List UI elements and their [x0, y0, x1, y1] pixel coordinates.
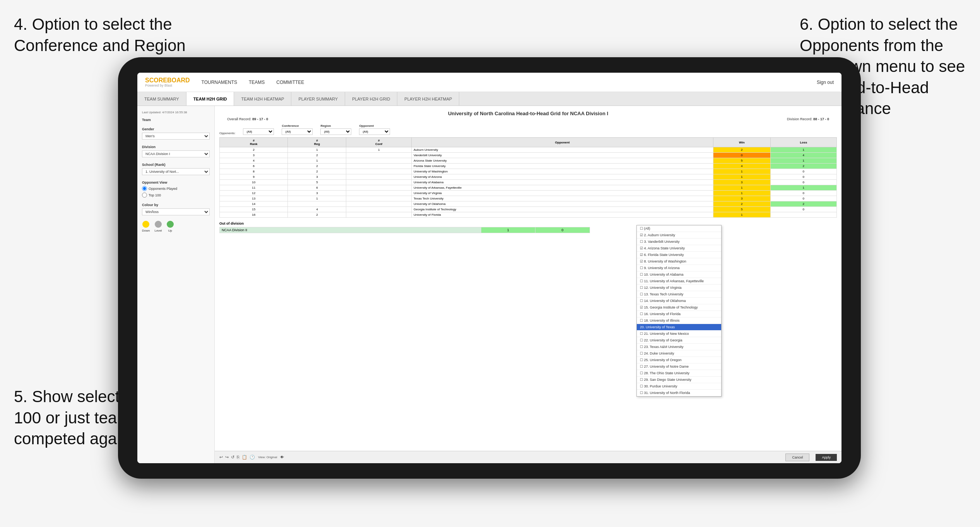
colour-label: Colour by: [142, 203, 210, 207]
cell-win: 1: [713, 191, 770, 196]
nav-items: TOURNAMENTS TEAMS COMMITTEE: [202, 78, 304, 87]
radio-opponents-played-input[interactable]: [142, 186, 147, 191]
tab-player-h2h-grid[interactable]: PLAYER H2H GRID: [345, 92, 397, 106]
dropdown-item[interactable]: 15. Georgia Institute of Technology: [637, 304, 721, 311]
redo-icon[interactable]: ↪: [225, 455, 229, 460]
dropdown-item[interactable]: (All): [637, 225, 721, 232]
cell-rank: 15: [220, 207, 288, 212]
clock-icon: 🕐: [250, 455, 255, 460]
page-title: University of North Carolina Head-to-Hea…: [219, 111, 837, 116]
tab-player-summary[interactable]: PLAYER SUMMARY: [291, 92, 345, 106]
table-row: 8 2 University of Washington 1 0: [220, 169, 837, 174]
out-division-win: 1: [481, 227, 535, 233]
refresh-icon[interactable]: ↺: [231, 455, 234, 460]
cell-win: 5: [713, 158, 770, 164]
table-row: 16 2 University of Florida 1: [220, 212, 837, 218]
tab-team-h2h-grid[interactable]: TEAM H2H GRID: [186, 92, 234, 106]
undo-icon[interactable]: ↩: [219, 455, 223, 460]
dropdown-item[interactable]: 13. Texas Tech University: [637, 291, 721, 298]
opponent-view-section: Opponent View Opponents Played Top 100: [142, 181, 210, 198]
cell-opponent: University of Arizona: [412, 174, 713, 180]
cell-opponent: University of Florida: [412, 212, 713, 218]
colour-select[interactable]: Win/loss: [142, 208, 210, 215]
dropdown-item[interactable]: 24. Duke University: [637, 350, 721, 357]
dropdown-item[interactable]: 21. University of New Mexico: [637, 331, 721, 337]
division-select[interactable]: NCAA Division I: [142, 150, 210, 157]
last-updated: Last Updated: 4/7/2024 16:55:38: [142, 111, 210, 114]
dropdown-item[interactable]: 8. University of Washington: [637, 258, 721, 265]
paste-icon[interactable]: 📋: [242, 455, 247, 460]
dropdown-item[interactable]: 28. The Ohio State University: [637, 370, 721, 377]
table-row: 14 University of Oklahoma 2 2: [220, 201, 837, 207]
dropdown-item[interactable]: 3. Vanderbilt University: [637, 239, 721, 245]
dropdown-item[interactable]: 2. Auburn University: [637, 232, 721, 239]
annotation-1-text: 4. Option to select the Conference and R…: [14, 15, 186, 55]
cell-rank: 3: [220, 153, 288, 158]
legend-down: Down: [142, 221, 150, 232]
dropdown-item[interactable]: 27. University of Notre Dame: [637, 363, 721, 370]
opponent-select[interactable]: (All): [359, 128, 390, 135]
cell-reg: 5: [288, 180, 346, 185]
radio-opponents-played[interactable]: Opponents Played: [142, 186, 210, 191]
nav-teams[interactable]: TEAMS: [249, 78, 265, 87]
dropdown-item[interactable]: 12. University of Virginia: [637, 285, 721, 291]
overall-record: Overall Record: 89 - 17 - 0: [227, 117, 268, 121]
opponent-dropdown[interactable]: (All)2. Auburn University3. Vanderbilt U…: [636, 225, 722, 397]
dropdown-item[interactable]: 4. Arizona State University: [637, 245, 721, 252]
dropdown-item[interactable]: 9. University of Arizona: [637, 265, 721, 271]
dropdown-item[interactable]: 25. University of Oregon: [637, 357, 721, 363]
dropdown-item[interactable]: 14. University of Oklahoma: [637, 298, 721, 304]
cell-opponent: Vanderbilt University: [412, 153, 713, 158]
conference-select[interactable]: (All): [282, 128, 313, 135]
cell-conf: [346, 185, 412, 191]
dropdown-item[interactable]: 30. Purdue University: [637, 383, 721, 390]
cell-conf: [346, 153, 412, 158]
colour-dot-down: [142, 221, 149, 228]
apply-button[interactable]: Apply: [816, 454, 837, 461]
nav-committee[interactable]: COMMITTEE: [276, 78, 304, 87]
dropdown-item[interactable]: 22. University of Georgia: [637, 337, 721, 344]
tab-player-h2h-heatmap[interactable]: PLAYER H2H HEATMAP: [397, 92, 459, 106]
dropdown-item[interactable]: 20. University of Texas: [637, 324, 721, 331]
dropdown-item[interactable]: 10. University of Alabama: [637, 271, 721, 278]
radio-top100[interactable]: Top 100: [142, 193, 210, 198]
col-reg: #Reg: [288, 138, 346, 147]
table-body: 2 1 1 Auburn University 2 1 3 2 Vanderbi…: [220, 147, 837, 218]
colour-dot-level: [155, 221, 162, 228]
opponents-all-select[interactable]: (All): [243, 128, 274, 135]
cell-reg: 2: [288, 164, 346, 169]
school-select[interactable]: 1. University of Nort...: [142, 168, 210, 175]
dropdown-item[interactable]: 31. University of North Florida: [637, 390, 721, 396]
nav-bar: SCOREBOARD Powered by Blast TOURNAMENTS …: [137, 73, 841, 92]
cell-rank: 14: [220, 201, 288, 207]
legend-up: Up: [167, 221, 174, 232]
dropdown-item[interactable]: 16. University of Florida: [637, 311, 721, 317]
out-division-row: NCAA Division II 1 0: [220, 227, 590, 233]
copy-icon[interactable]: ⎘: [237, 455, 239, 460]
table-row: 13 1 Texas Tech University 3 0: [220, 196, 837, 201]
dropdown-item[interactable]: 18. University of Illinois: [637, 317, 721, 324]
cell-reg: 3: [288, 191, 346, 196]
tab-team-h2h-heatmap[interactable]: TEAM H2H HEATMAP: [234, 92, 291, 106]
dropdown-item[interactable]: 6. Florida State University: [637, 252, 721, 258]
cell-opponent: Auburn University: [412, 147, 713, 153]
logo: SCOREBOARD Powered by Blast: [145, 77, 202, 87]
nav-tournaments[interactable]: TOURNAMENTS: [202, 78, 237, 87]
dropdown-item[interactable]: 23. Texas A&M University: [637, 344, 721, 350]
radio-top100-input[interactable]: [142, 193, 147, 198]
dropdown-item[interactable]: 29. San Diego State University: [637, 377, 721, 383]
gender-select[interactable]: Men's: [142, 133, 210, 140]
tab-team-summary[interactable]: TEAM SUMMARY: [137, 92, 186, 106]
dropdown-item[interactable]: 11. University of Arkansas, Fayetteville: [637, 278, 721, 285]
conference-filter-label: Conference: [282, 124, 313, 128]
cell-reg: 1: [288, 158, 346, 164]
cell-win: 3: [713, 196, 770, 201]
region-select[interactable]: (All): [320, 128, 351, 135]
cell-conf: [346, 196, 412, 201]
nav-signout[interactable]: Sign out: [817, 80, 834, 85]
cell-opponent: Georgia Institute of Technology: [412, 207, 713, 212]
cell-conf: 1: [346, 147, 412, 153]
cell-loss: 0: [770, 180, 836, 185]
cell-win: 0: [713, 153, 770, 158]
cancel-button[interactable]: Cancel: [785, 454, 809, 461]
